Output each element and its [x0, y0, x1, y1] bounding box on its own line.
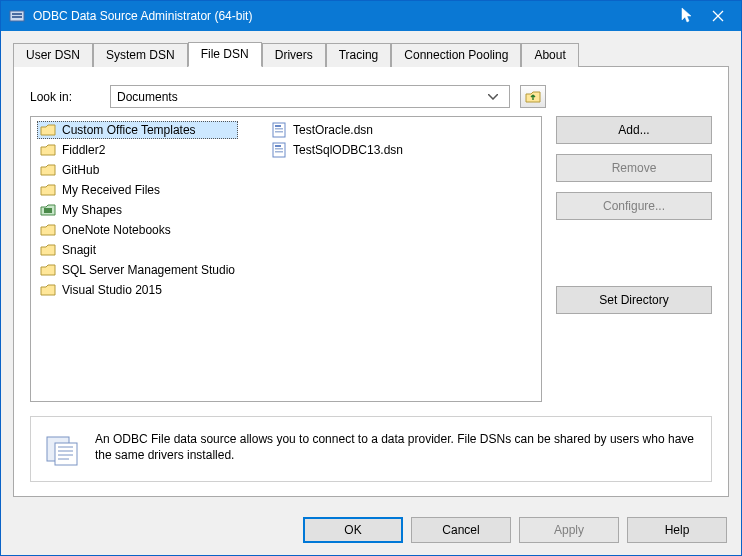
tab-label: About — [534, 48, 565, 62]
close-button[interactable] — [695, 1, 741, 31]
svg-rect-2 — [12, 16, 22, 18]
list-item[interactable]: My Shapes — [37, 201, 238, 219]
list-item[interactable]: OneNote Notebooks — [37, 221, 238, 239]
odbc-admin-window: ODBC Data Source Administrator (64-bit) … — [0, 0, 742, 556]
tab-tracing[interactable]: Tracing — [326, 43, 392, 67]
file-column: TestOracle.dsn TestSqlODBC13.dsn — [268, 121, 406, 299]
svg-rect-11 — [275, 145, 281, 147]
item-label: TestOracle.dsn — [293, 123, 373, 137]
tab-system-dsn[interactable]: System DSN — [93, 43, 188, 67]
configure-button[interactable]: Configure... — [556, 192, 712, 220]
set-directory-button[interactable]: Set Directory — [556, 286, 712, 314]
folder-icon — [40, 122, 56, 138]
info-text: An ODBC File data source allows you to c… — [95, 431, 697, 463]
client-area: User DSN System DSN File DSN Drivers Tra… — [1, 31, 741, 505]
svg-rect-12 — [275, 148, 283, 150]
folder-icon — [40, 242, 56, 258]
help-button[interactable]: Help — [627, 517, 727, 543]
info-icon — [45, 431, 81, 467]
remove-button[interactable]: Remove — [556, 154, 712, 182]
tab-label: File DSN — [201, 47, 249, 61]
list-item[interactable]: Fiddler2 — [37, 141, 238, 159]
svg-rect-5 — [44, 208, 52, 213]
folder-column: Custom Office Templates Fiddler2 GitHub … — [37, 121, 238, 299]
tab-label: Drivers — [275, 48, 313, 62]
svg-rect-9 — [275, 131, 283, 133]
item-label: Custom Office Templates — [62, 123, 196, 137]
lookin-label: Look in: — [30, 90, 100, 104]
item-label: Fiddler2 — [62, 143, 105, 157]
button-label: Help — [665, 523, 690, 537]
folder-icon — [40, 182, 56, 198]
list-item[interactable]: SQL Server Management Studio — [37, 261, 238, 279]
list-item[interactable]: TestSqlODBC13.dsn — [268, 141, 406, 159]
tab-strip: User DSN System DSN File DSN Drivers Tra… — [13, 41, 729, 66]
item-label: Visual Studio 2015 — [62, 283, 162, 297]
svg-rect-13 — [275, 151, 283, 153]
svg-rect-7 — [275, 125, 281, 127]
info-panel: An ODBC File data source allows you to c… — [30, 416, 712, 482]
tab-label: User DSN — [26, 48, 80, 62]
add-button[interactable]: Add... — [556, 116, 712, 144]
main-row: Custom Office Templates Fiddler2 GitHub … — [30, 116, 712, 402]
cancel-button[interactable]: Cancel — [411, 517, 511, 543]
tab-label: Tracing — [339, 48, 379, 62]
list-item[interactable]: Visual Studio 2015 — [37, 281, 238, 299]
button-label: OK — [344, 523, 361, 537]
tab-file-dsn[interactable]: File DSN — [188, 42, 262, 67]
titlebar: ODBC Data Source Administrator (64-bit) — [1, 1, 741, 31]
folder-icon — [40, 162, 56, 178]
dialog-footer: OK Cancel Apply Help — [1, 505, 741, 555]
apply-button[interactable]: Apply — [519, 517, 619, 543]
folder-icon — [40, 282, 56, 298]
file-listbox[interactable]: Custom Office Templates Fiddler2 GitHub … — [30, 116, 542, 402]
item-label: GitHub — [62, 163, 99, 177]
button-label: Remove — [612, 161, 657, 175]
button-label: Cancel — [442, 523, 479, 537]
item-label: OneNote Notebooks — [62, 223, 171, 237]
tab-drivers[interactable]: Drivers — [262, 43, 326, 67]
dsn-file-icon — [271, 142, 287, 158]
button-label: Configure... — [603, 199, 665, 213]
tab-user-dsn[interactable]: User DSN — [13, 43, 93, 67]
lookin-combo[interactable]: Documents — [110, 85, 510, 108]
button-label: Set Directory — [599, 293, 668, 307]
lookin-row: Look in: Documents — [30, 85, 712, 108]
tab-label: Connection Pooling — [404, 48, 508, 62]
ok-button[interactable]: OK — [303, 517, 403, 543]
tab-label: System DSN — [106, 48, 175, 62]
window-title: ODBC Data Source Administrator (64-bit) — [33, 9, 677, 23]
svg-rect-1 — [12, 13, 22, 15]
item-label: Snagit — [62, 243, 96, 257]
list-item[interactable]: My Received Files — [37, 181, 238, 199]
folder-icon — [40, 262, 56, 278]
app-icon — [9, 8, 25, 24]
svg-rect-15 — [55, 443, 77, 465]
dsn-file-icon — [271, 122, 287, 138]
lookin-value: Documents — [117, 90, 488, 104]
file-dsn-panel: Look in: Documents — [13, 66, 729, 497]
folder-icon — [40, 222, 56, 238]
cursor-icon — [681, 7, 695, 25]
folder-up-button[interactable] — [520, 85, 546, 108]
side-buttons: Add... Remove Configure... Set Directory — [556, 116, 712, 402]
item-label: My Shapes — [62, 203, 122, 217]
button-label: Add... — [618, 123, 649, 137]
tab-connection-pooling[interactable]: Connection Pooling — [391, 43, 521, 67]
folder-icon — [40, 142, 56, 158]
folder-icon — [40, 202, 56, 218]
chevron-down-icon — [488, 94, 505, 100]
item-label: TestSqlODBC13.dsn — [293, 143, 403, 157]
list-item[interactable]: GitHub — [37, 161, 238, 179]
button-label: Apply — [554, 523, 584, 537]
svg-rect-8 — [275, 128, 283, 130]
tab-about[interactable]: About — [521, 43, 578, 67]
list-item[interactable]: Custom Office Templates — [37, 121, 238, 139]
list-item[interactable]: Snagit — [37, 241, 238, 259]
list-item[interactable]: TestOracle.dsn — [268, 121, 406, 139]
item-label: My Received Files — [62, 183, 160, 197]
item-label: SQL Server Management Studio — [62, 263, 235, 277]
